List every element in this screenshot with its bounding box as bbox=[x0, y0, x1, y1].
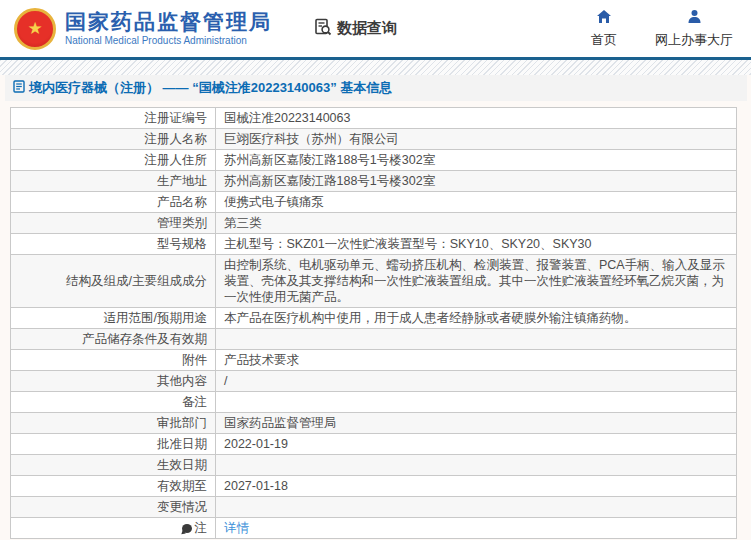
nav-home[interactable]: 首页 bbox=[591, 9, 617, 49]
row-value: 巨翊医疗科技（苏州）有限公司 bbox=[216, 129, 737, 150]
row-label: 型号规格 bbox=[11, 234, 216, 255]
registration-info-table-wrap: 注册证编号国械注准20223140063注册人名称巨翊医疗科技（苏州）有限公司注… bbox=[10, 107, 737, 539]
row-value: 便携式电子镇痛泵 bbox=[216, 192, 737, 213]
row-label: 注册证编号 bbox=[11, 108, 216, 129]
row-label: 结构及组成/主要组成成分 bbox=[11, 255, 216, 308]
table-row: 注详情 bbox=[11, 518, 737, 539]
nav-home-label: 首页 bbox=[591, 31, 617, 49]
row-label: 注册人名称 bbox=[11, 129, 216, 150]
row-value: / bbox=[216, 371, 737, 392]
table-row: 其他内容/ bbox=[11, 371, 737, 392]
table-row: 生产地址苏州高新区嘉陵江路188号1号楼302室 bbox=[11, 171, 737, 192]
document-icon bbox=[13, 80, 29, 96]
row-label: 管理类别 bbox=[11, 213, 216, 234]
row-value: 本产品在医疗机构中使用，用于成人患者经静脉或者硬膜外输注镇痛药物。 bbox=[216, 308, 737, 329]
row-value: 国械注准20223140063 bbox=[216, 108, 737, 129]
row-value: 产品技术要求 bbox=[216, 350, 737, 371]
home-icon bbox=[596, 9, 612, 28]
table-row: 注册证编号国械注准20223140063 bbox=[11, 108, 737, 129]
table-row: 产品名称便携式电子镇痛泵 bbox=[11, 192, 737, 213]
row-value: 苏州高新区嘉陵江路188号1号楼302室 bbox=[216, 150, 737, 171]
table-row: 结构及组成/主要组成成分由控制系统、电机驱动单元、蠕动挤压机构、检测装置、报警装… bbox=[11, 255, 737, 308]
table-row: 审批部门国家药品监督管理局 bbox=[11, 413, 737, 434]
row-label: 产品名称 bbox=[11, 192, 216, 213]
row-value: 苏州高新区嘉陵江路188号1号楼302室 bbox=[216, 171, 737, 192]
row-value: 2027-01-18 bbox=[216, 476, 737, 497]
row-value bbox=[216, 497, 737, 518]
table-row: 生效日期 bbox=[11, 455, 737, 476]
registration-info-table: 注册证编号国械注准20223140063注册人名称巨翊医疗科技（苏州）有限公司注… bbox=[10, 107, 737, 539]
page-title: 境内医疗器械（注册） —— “国械注准20223140063” 基本信息 bbox=[29, 79, 392, 97]
row-value bbox=[216, 329, 737, 350]
info-table-body: 注册证编号国械注准20223140063注册人名称巨翊医疗科技（苏州）有限公司注… bbox=[11, 108, 737, 539]
site-subtitle: National Medical Products Administration bbox=[65, 34, 272, 47]
row-value: 主机型号：SKZ01一次性贮液装置型号：SKY10、SKY20、SKY30 bbox=[216, 234, 737, 255]
note-comment-icon bbox=[182, 524, 192, 533]
site-title: 国家药品监督管理局 bbox=[65, 10, 272, 34]
site-logo-text: 国家药品监督管理局 National Medical Products Admi… bbox=[65, 10, 272, 47]
row-label: 适用范围/预期用途 bbox=[11, 308, 216, 329]
table-row: 批准日期2022-01-19 bbox=[11, 434, 737, 455]
site-header: ★ 国家药品监督管理局 National Medical Products Ad… bbox=[0, 0, 751, 57]
national-emblem-logo: ★ bbox=[14, 8, 56, 50]
table-row: 管理类别第三类 bbox=[11, 213, 737, 234]
table-row: 变更情况 bbox=[11, 497, 737, 518]
row-value: 详情 bbox=[216, 518, 737, 539]
row-value: 2022-01-19 bbox=[216, 434, 737, 455]
row-label: 其他内容 bbox=[11, 371, 216, 392]
table-row: 适用范围/预期用途本产品在医疗机构中使用，用于成人患者经静脉或者硬膜外输注镇痛药… bbox=[11, 308, 737, 329]
table-row: 产品储存条件及有效期 bbox=[11, 329, 737, 350]
table-row: 注册人名称巨翊医疗科技（苏州）有限公司 bbox=[11, 129, 737, 150]
row-label: 产品储存条件及有效期 bbox=[11, 329, 216, 350]
document-search-icon bbox=[314, 18, 337, 39]
row-label: 生产地址 bbox=[11, 171, 216, 192]
row-label: 注 bbox=[11, 518, 216, 539]
table-row: 有效期至2027-01-18 bbox=[11, 476, 737, 497]
breadcrumb: 境内医疗器械（注册） —— “国械注准20223140063” 基本信息 bbox=[5, 75, 747, 101]
data-query-menu[interactable]: 数据查询 bbox=[314, 18, 397, 39]
table-row: 备注 bbox=[11, 392, 737, 413]
data-query-label: 数据查询 bbox=[337, 19, 397, 38]
detail-link[interactable]: 详情 bbox=[224, 521, 249, 535]
row-label: 注册人住所 bbox=[11, 150, 216, 171]
row-value: 第三类 bbox=[216, 213, 737, 234]
row-label: 备注 bbox=[11, 392, 216, 413]
nav-online-service-hall[interactable]: 网上办事大厅 bbox=[655, 9, 733, 49]
row-label: 附件 bbox=[11, 350, 216, 371]
table-row: 附件产品技术要求 bbox=[11, 350, 737, 371]
row-label: 有效期至 bbox=[11, 476, 216, 497]
row-label: 生效日期 bbox=[11, 455, 216, 476]
person-icon bbox=[687, 9, 702, 28]
hatched-background-strip bbox=[0, 60, 751, 75]
row-value bbox=[216, 392, 737, 413]
table-row: 型号规格主机型号：SKZ01一次性贮液装置型号：SKY10、SKY20、SKY3… bbox=[11, 234, 737, 255]
row-label: 批准日期 bbox=[11, 434, 216, 455]
row-value: 由控制系统、电机驱动单元、蠕动挤压机构、检测装置、报警装置、PCA手柄、输入及显… bbox=[216, 255, 737, 308]
row-label: 审批部门 bbox=[11, 413, 216, 434]
row-value bbox=[216, 455, 737, 476]
nav-online-service-hall-label: 网上办事大厅 bbox=[655, 31, 733, 49]
row-value: 国家药品监督管理局 bbox=[216, 413, 737, 434]
row-label: 变更情况 bbox=[11, 497, 216, 518]
table-row: 注册人住所苏州高新区嘉陵江路188号1号楼302室 bbox=[11, 150, 737, 171]
